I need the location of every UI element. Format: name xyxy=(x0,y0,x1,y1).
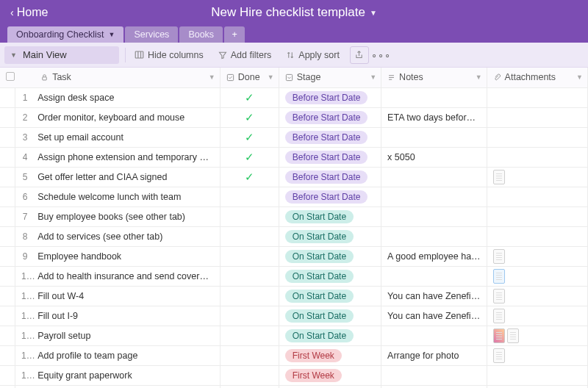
cell-task[interactable]: Order monitor, keyboard and mouse xyxy=(35,107,220,127)
column-header-notes[interactable]: Notes ▼ xyxy=(381,68,487,87)
cell-done[interactable] xyxy=(220,206,279,226)
cell-attachments[interactable] xyxy=(487,266,587,286)
cell-notes[interactable] xyxy=(381,206,487,226)
row-checkbox-cell[interactable] xyxy=(0,306,15,326)
cell-task[interactable]: Employee handbook xyxy=(35,246,220,266)
cell-done[interactable]: ✓ xyxy=(220,167,279,187)
cell-task[interactable]: Buy employee books (see other tab) xyxy=(35,206,220,226)
table-row[interactable]: 2Order monitor, keyboard and mouse✓Befor… xyxy=(0,107,588,127)
cell-task[interactable]: Add to health insurance and send coverag… xyxy=(35,266,220,286)
column-header-stage[interactable]: Stage ▼ xyxy=(279,68,381,87)
cell-stage[interactable]: On Start Date xyxy=(279,326,381,345)
cell-attachments[interactable] xyxy=(487,286,587,306)
table-row[interactable]: 3Set up email account✓Before Start Date xyxy=(0,127,588,147)
cell-attachments[interactable] xyxy=(487,87,587,107)
cell-notes[interactable] xyxy=(381,127,487,147)
cell-notes[interactable] xyxy=(381,385,487,388)
cell-task[interactable]: Assign phone extension and temporary pas… xyxy=(35,147,220,167)
cell-attachments[interactable] xyxy=(487,107,587,127)
row-checkbox-cell[interactable] xyxy=(0,167,15,187)
cell-attachments[interactable] xyxy=(487,365,587,385)
table-row[interactable]: 16Schedule 1:1sSecond Week xyxy=(0,385,588,388)
cell-task[interactable]: Payroll setup xyxy=(35,326,220,345)
cell-notes[interactable] xyxy=(381,167,487,187)
cell-notes[interactable] xyxy=(381,266,487,286)
tab-services[interactable]: Services xyxy=(125,26,178,43)
cell-attachments[interactable] xyxy=(487,246,587,266)
cell-done[interactable] xyxy=(220,187,279,206)
apply-sort-button[interactable]: Apply sort xyxy=(279,46,347,64)
cell-done[interactable]: ✓ xyxy=(220,147,279,167)
cell-task[interactable]: Set up email account xyxy=(35,127,220,147)
cell-stage[interactable]: First Week xyxy=(279,345,381,365)
cell-done[interactable] xyxy=(220,306,279,326)
attachment-thumbnail[interactable] xyxy=(493,289,505,303)
tab-books[interactable]: Books xyxy=(179,26,223,43)
cell-stage[interactable]: Before Start Date xyxy=(279,147,381,167)
cell-attachments[interactable] xyxy=(487,326,587,345)
table-row[interactable]: 14Add profile to team pageFirst WeekArra… xyxy=(0,345,588,365)
cell-stage[interactable]: On Start Date xyxy=(279,206,381,226)
cell-done[interactable] xyxy=(220,385,279,388)
table-row[interactable]: 1Assign desk space✓Before Start Date xyxy=(0,87,588,107)
document-title-dropdown[interactable]: New Hire checklist template ▼ xyxy=(211,5,377,20)
cell-attachments[interactable] xyxy=(487,306,587,326)
cell-notes[interactable] xyxy=(381,226,487,246)
attachment-thumbnail[interactable] xyxy=(493,249,505,264)
cell-attachments[interactable] xyxy=(487,206,587,226)
attachment-thumbnail[interactable] xyxy=(493,348,505,363)
row-checkbox-cell[interactable] xyxy=(0,127,15,147)
cell-notes[interactable]: ETA two days before start… xyxy=(381,107,487,127)
cell-stage[interactable]: First Week xyxy=(279,365,381,385)
column-header-checkbox[interactable] xyxy=(0,68,15,87)
cell-notes[interactable] xyxy=(381,326,487,345)
cell-notes[interactable] xyxy=(381,87,487,107)
cell-attachments[interactable] xyxy=(487,167,587,187)
cell-task[interactable]: Equity grant paperwork xyxy=(35,365,220,385)
cell-task[interactable]: Add to services (see other tab) xyxy=(35,226,220,246)
cell-attachments[interactable] xyxy=(487,226,587,246)
table-row[interactable]: 15Equity grant paperworkFirst Week xyxy=(0,365,588,385)
attachment-thumbnail[interactable] xyxy=(507,328,519,343)
cell-stage[interactable]: Before Start Date xyxy=(279,187,381,206)
cell-done[interactable]: ✓ xyxy=(220,107,279,127)
cell-done[interactable] xyxy=(220,266,279,286)
attachment-thumbnail[interactable] xyxy=(493,328,505,343)
cell-stage[interactable]: Second Week xyxy=(279,385,381,388)
cell-notes[interactable]: x 5050 xyxy=(381,147,487,167)
cell-task[interactable]: Get offer letter and CIAA signed xyxy=(35,167,220,187)
cell-done[interactable] xyxy=(220,326,279,345)
hide-columns-button[interactable]: Hide columns xyxy=(127,46,211,64)
row-checkbox-cell[interactable] xyxy=(0,286,15,306)
cell-notes[interactable]: You can have Zenefits… xyxy=(381,306,487,326)
cell-task[interactable]: Fill out I-9 xyxy=(35,306,220,326)
cell-task[interactable]: Assign desk space xyxy=(35,87,220,107)
cell-done[interactable] xyxy=(220,286,279,306)
column-header-task[interactable]: Task ▼ xyxy=(35,68,220,87)
cell-attachments[interactable] xyxy=(487,187,587,206)
share-button[interactable] xyxy=(350,46,369,64)
cell-done[interactable] xyxy=(220,345,279,365)
cell-attachments[interactable] xyxy=(487,385,587,388)
cell-stage[interactable]: Before Start Date xyxy=(279,127,381,147)
attachment-thumbnail[interactable] xyxy=(493,309,505,323)
cell-stage[interactable]: On Start Date xyxy=(279,286,381,306)
cell-notes[interactable]: You can have Zenefits… xyxy=(381,286,487,306)
cell-notes[interactable]: A good employee handbo… xyxy=(381,246,487,266)
add-filters-button[interactable]: Add filters xyxy=(211,46,279,64)
row-checkbox-cell[interactable] xyxy=(0,385,15,388)
attachment-thumbnail[interactable] xyxy=(493,170,505,184)
cell-attachments[interactable] xyxy=(487,147,587,167)
cell-notes[interactable]: Arrange for photo xyxy=(381,345,487,365)
cell-stage[interactable]: On Start Date xyxy=(279,266,381,286)
row-checkbox-cell[interactable] xyxy=(0,187,15,206)
column-header-done[interactable]: Done ▼ xyxy=(220,68,279,87)
cell-attachments[interactable] xyxy=(487,345,587,365)
cell-stage[interactable]: On Start Date xyxy=(279,226,381,246)
cell-done[interactable]: ✓ xyxy=(220,87,279,107)
table-row[interactable]: 9Employee handbookOn Start DateA good em… xyxy=(0,246,588,266)
add-tab-button[interactable]: + xyxy=(224,26,245,43)
row-checkbox-cell[interactable] xyxy=(0,326,15,345)
cell-stage[interactable]: Before Start Date xyxy=(279,87,381,107)
row-checkbox-cell[interactable] xyxy=(0,266,15,286)
